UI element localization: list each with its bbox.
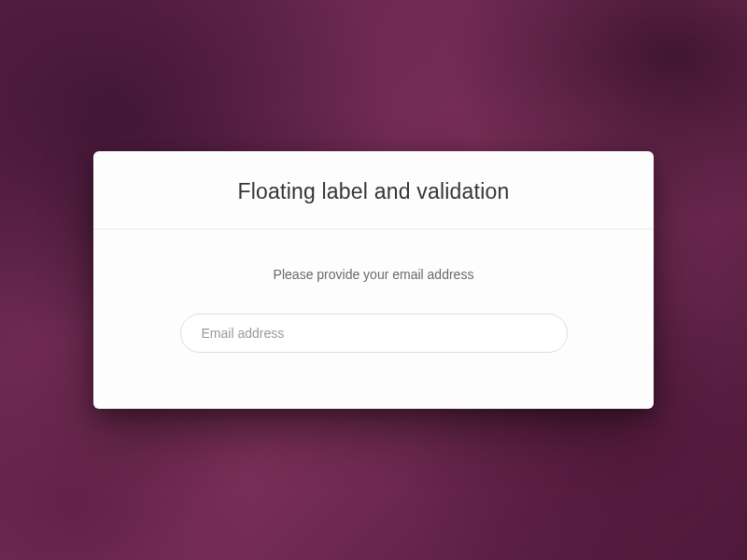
card-header: Floating label and validation xyxy=(93,151,654,230)
prompt-text: Please provide your email address xyxy=(112,267,635,282)
form-card: Floating label and validation Please pro… xyxy=(93,151,654,409)
email-input[interactable] xyxy=(180,314,568,353)
card-title: Floating label and validation xyxy=(112,179,635,204)
email-field-wrap xyxy=(112,314,635,353)
card-body: Please provide your email address xyxy=(93,230,654,409)
